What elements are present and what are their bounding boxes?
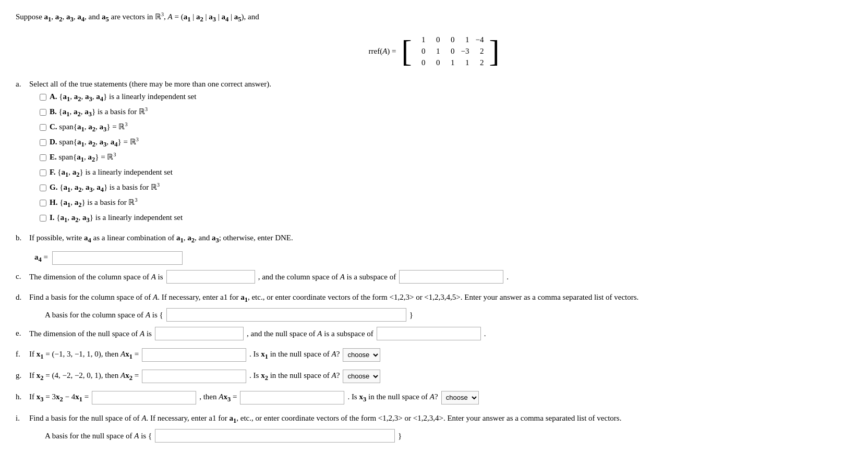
option-C: C. span{a1, a2, a3} = ℝ3: [40, 120, 852, 134]
option-G-label: G. {a1, a2, a3, a4} is a basis for ℝ3: [50, 181, 160, 195]
option-G: G. {a1, a2, a3, a4} is a basis for ℝ3: [40, 181, 852, 195]
part-i-basis-close: }: [398, 430, 402, 442]
option-A-label: A. {a1, a2, a3, a4} is a linearly indepe…: [50, 90, 196, 104]
option-E-label: E. span{a1, a2} = ℝ3: [50, 151, 116, 165]
ax2-input[interactable]: [142, 370, 246, 383]
part-e-text2: , and the null space of A is a subspace …: [247, 327, 373, 340]
part-d-content: Find a basis for the column space of of …: [29, 291, 852, 322]
option-H-label: H. {a1, a2} is a basis for ℝ3: [50, 196, 137, 210]
a4-label: a4 =: [34, 251, 48, 265]
part-b-content: If possible, write a4 as a linear combin…: [29, 231, 852, 265]
part-f: f. If x1 = (−1, 3, −1, 1, 0), then Ax1 =…: [16, 348, 852, 364]
rref-label: rref(A) =: [369, 45, 396, 57]
part-h-row: If x3 = 3x2 − 4x1 = , then Ax3 = . Is x3…: [29, 390, 852, 404]
part-c-period: .: [507, 271, 509, 283]
part-c: c. The dimension of the column space of …: [16, 270, 852, 286]
part-d-basis-close: }: [409, 309, 413, 321]
m24: 2: [473, 56, 487, 69]
part-a-content: Select all of the true statements (there…: [29, 78, 852, 226]
checkbox-A[interactable]: [40, 94, 46, 101]
part-e-period: .: [484, 327, 486, 340]
option-D-label: D. span{a1, a2, a3, a4} = ℝ3: [50, 136, 139, 150]
x3-input[interactable]: [92, 391, 196, 404]
m20: 0: [414, 56, 429, 69]
part-c-text1: The dimension of the column space of A i…: [29, 271, 163, 283]
part-f-text1: If x1 = (−1, 3, −1, 1, 0), then Ax1 =: [29, 348, 139, 362]
col-subspace-input[interactable]: [399, 270, 503, 284]
part-i-text: Find a basis for the null space of of A.…: [29, 414, 621, 422]
part-e-text1: The dimension of the null space of A is: [29, 327, 152, 340]
part-g-text1: If x2 = (4, −2, −2, 0, 1), then Ax2 =: [29, 369, 139, 383]
option-A: A. {a1, a2, a3, a4} is a linearly indepe…: [40, 90, 852, 104]
a4-input[interactable]: [52, 251, 183, 265]
part-b-input-row: a4 =: [29, 251, 852, 265]
checkbox-D[interactable]: [40, 139, 46, 146]
checkbox-G[interactable]: [40, 185, 46, 191]
ax1-input[interactable]: [142, 348, 246, 362]
m21: 0: [429, 56, 443, 69]
part-b: b. If possible, write a4 as a linear com…: [16, 231, 852, 265]
part-f-letter: f.: [16, 348, 25, 360]
checkbox-H[interactable]: [40, 200, 46, 206]
part-h-text1: If x3 = 3x2 − 4x1 =: [29, 390, 89, 404]
x3-null-select[interactable]: choose Yes No: [441, 391, 479, 404]
part-c-letter: c.: [16, 270, 25, 283]
checkbox-B[interactable]: [40, 109, 46, 116]
m10: 0: [414, 45, 429, 57]
x2-null-select[interactable]: choose Yes No: [343, 370, 380, 383]
matrix-body: 1 0 0 1 −4 0 1 0 −3 2 0 0 1 1 2: [412, 34, 489, 68]
null-dim-input[interactable]: [155, 327, 244, 340]
checkbox-I[interactable]: [40, 215, 46, 222]
ax3-input[interactable]: [240, 391, 344, 404]
checkbox-list: A. {a1, a2, a3, a4} is a linearly indepe…: [29, 90, 852, 225]
part-h-letter: h.: [16, 390, 25, 403]
part-f-text2: . Is x1 in the null space of A?: [249, 348, 340, 362]
m03: 1: [458, 33, 473, 46]
part-e-row: The dimension of the null space of A is …: [29, 327, 852, 340]
part-e-letter: e.: [16, 327, 25, 339]
null-basis-input[interactable]: [155, 429, 395, 443]
part-f-row: If x1 = (−1, 3, −1, 1, 0), then Ax1 = . …: [29, 348, 852, 362]
part-i-basis-prefix: A basis for the null space of A is {: [45, 430, 152, 442]
part-b-letter: b.: [16, 231, 25, 244]
right-bracket: ]: [489, 35, 500, 67]
m23: 1: [458, 56, 473, 69]
part-i-letter: i.: [16, 412, 25, 424]
checkbox-C[interactable]: [40, 124, 46, 131]
part-d-text: Find a basis for the column space of of …: [29, 293, 638, 301]
checkbox-F[interactable]: [40, 169, 46, 176]
null-subspace-input[interactable]: [377, 327, 481, 340]
part-c-content: The dimension of the column space of A i…: [29, 270, 852, 286]
part-h-text2: , then Ax3 =: [199, 390, 237, 404]
option-H: H. {a1, a2} is a basis for ℝ3: [40, 196, 852, 210]
option-F-label: F. {a1, a2} is a linearly independent se…: [50, 166, 173, 180]
part-i: i. Find a basis for the null space of of…: [16, 412, 852, 443]
m12: 0: [443, 45, 458, 57]
m00: 1: [414, 33, 429, 46]
part-g-row: If x2 = (4, −2, −2, 0, 1), then Ax2 = . …: [29, 369, 852, 383]
rref-section: rref(A) = [ 1 0 0 1 −4 0 1 0 −3 2 0 0 1 …: [16, 34, 852, 68]
part-d: d. Find a basis for the column space of …: [16, 291, 852, 322]
col-basis-input[interactable]: [166, 308, 406, 322]
option-I-label: I. {a1, a2, a3} is a linearly independen…: [50, 211, 183, 225]
part-c-row: The dimension of the column space of A i…: [29, 270, 852, 284]
x1-null-select[interactable]: choose Yes No: [343, 348, 380, 362]
part-d-basis-row: A basis for the column space of A is { }: [29, 308, 852, 322]
m14: 2: [473, 45, 487, 57]
m13: −3: [458, 45, 473, 57]
checkbox-E[interactable]: [40, 154, 46, 161]
part-i-content: Find a basis for the null space of of A.…: [29, 412, 852, 443]
m04: −4: [473, 33, 487, 46]
part-h-content: If x3 = 3x2 − 4x1 = , then Ax3 = . Is x3…: [29, 390, 852, 407]
option-B: B. {a1, a2, a3} is a basis for ℝ3: [40, 105, 852, 119]
col-dim-input[interactable]: [166, 270, 255, 284]
option-D: D. span{a1, a2, a3, a4} = ℝ3: [40, 136, 852, 150]
part-g-content: If x2 = (4, −2, −2, 0, 1), then Ax2 = . …: [29, 369, 852, 385]
part-i-basis-row: A basis for the null space of A is { }: [29, 429, 852, 443]
part-a: a. Select all of the true statements (th…: [16, 78, 852, 226]
part-g-text2: . Is x2 in the null space of A?: [249, 369, 340, 383]
matrix: [ 1 0 0 1 −4 0 1 0 −3 2 0 0 1 1 2 ]: [402, 34, 500, 68]
option-C-label: C. span{a1, a2, a3} = ℝ3: [50, 120, 127, 134]
m01: 0: [429, 33, 443, 46]
part-b-text: If possible, write a4 as a linear combin…: [29, 234, 293, 242]
